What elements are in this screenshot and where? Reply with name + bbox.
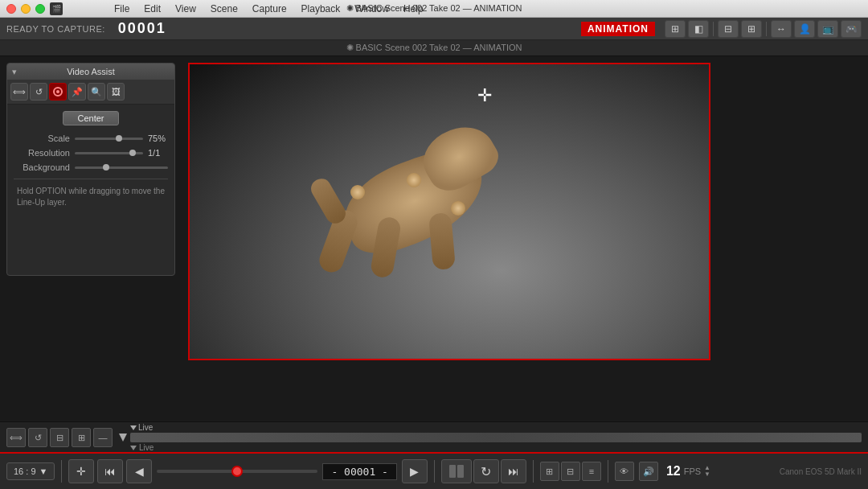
ctrl-sep-3 — [533, 460, 534, 483]
toolbar-btn-7[interactable]: 📺 — [817, 20, 838, 38]
ctrl-sep-4 — [608, 460, 608, 483]
skip-back-btn[interactable]: ⏮ — [97, 459, 123, 483]
resolution-value: 1/1 — [148, 148, 168, 158]
right-icon-group: ⊞ ⊟ ≡ — [540, 462, 601, 481]
va-content: Center Scale 75% Resolution 1/1 Backg — [7, 105, 174, 215]
fps-down-arrow[interactable]: ▼ — [704, 471, 710, 478]
toolbar-btn-3[interactable]: ⊟ — [718, 20, 739, 38]
va-tool-pin[interactable]: 📌 — [68, 83, 86, 101]
playhead-slider[interactable] — [157, 470, 317, 473]
menu-view[interactable]: View — [169, 3, 203, 14]
menu-playback[interactable]: Playback — [295, 3, 347, 14]
toolbar-btn-1[interactable]: ⊞ — [665, 20, 686, 38]
fps-label: FPS — [684, 466, 701, 476]
svg-rect-2 — [449, 465, 456, 478]
menu-file[interactable]: File — [108, 3, 136, 14]
list-view-btn[interactable]: ⊟ — [561, 462, 580, 481]
background-track[interactable] — [75, 166, 168, 169]
menu-edit[interactable]: Edit — [137, 3, 167, 14]
speaker-btn[interactable]: 🔊 — [639, 462, 658, 481]
animation-badge: ANIMATION — [581, 22, 655, 36]
va-title: Video Assist — [67, 67, 115, 76]
maximize-button[interactable] — [35, 4, 45, 14]
creature-arm — [308, 175, 350, 227]
fps-arrows[interactable]: ▲ ▼ — [704, 465, 710, 478]
toolbar-separator — [713, 22, 714, 36]
svg-point-1 — [56, 90, 59, 93]
fps-display: 12 FPS ▲ ▼ — [666, 464, 710, 479]
creature-joint3 — [451, 201, 465, 216]
fps-value: 12 — [666, 464, 681, 479]
camera-label: Canon EOS 5D Mark II — [780, 467, 862, 476]
creature-joint1 — [350, 185, 365, 199]
resolution-label: Resolution — [14, 148, 70, 158]
playhead-thumb[interactable] — [231, 466, 243, 477]
live-label-bottom: Live — [139, 443, 154, 452]
ready-capture-label: READY TO CAPTURE: — [6, 24, 105, 34]
aspect-ratio-arrow: ▼ — [39, 466, 48, 476]
background-label: Background — [14, 162, 70, 172]
aspect-ratio-button[interactable]: 16 : 9 ▼ — [6, 462, 55, 480]
timeline-grid-small[interactable]: ⊟ — [50, 428, 69, 447]
scale-label: Scale — [14, 134, 70, 143]
va-tool-circle[interactable]: ↺ — [30, 83, 47, 101]
toolbar-btn-2[interactable]: ◧ — [688, 20, 709, 38]
menu-capture[interactable]: Capture — [246, 3, 293, 14]
viewport-image: ✛ — [190, 64, 709, 359]
toolbar-btn-5[interactable]: ↔ — [771, 20, 792, 38]
scale-track[interactable] — [75, 138, 143, 140]
menu-scene[interactable]: Scene — [204, 3, 244, 14]
va-header: Video Assist — [7, 64, 174, 80]
live-triangle-top — [130, 425, 137, 430]
window-title: ✺ BASIC Scene 002 Take 02 — ANIMATION — [346, 3, 522, 14]
eye-btn[interactable]: 👁 — [615, 462, 634, 481]
scale-thumb[interactable] — [116, 135, 122, 142]
va-tool-image[interactable]: 🖼 — [107, 83, 125, 101]
toolbar-btn-4[interactable]: ⊞ — [741, 20, 762, 38]
live-indicator-bottom: Live — [130, 443, 154, 452]
step-fwd-btn[interactable]: ▶ — [402, 459, 428, 483]
timeline-track[interactable] — [130, 433, 862, 442]
skip-fwd-btn[interactable]: ⏭ — [501, 459, 526, 483]
timeline-grid-large[interactable]: ⊞ — [72, 428, 91, 447]
resolution-track[interactable] — [75, 152, 143, 154]
timeline-minus[interactable]: — — [93, 428, 113, 447]
background-row: Background — [14, 162, 168, 172]
frame-display: - 00001 - — [322, 463, 396, 480]
scale-value: 75% — [148, 134, 168, 143]
timeline-playhead-marker — [119, 434, 127, 442]
close-button[interactable] — [6, 4, 16, 14]
main-area: Video Assist ⟺ ↺ 📌 🔍 🖼 Center Scale 75% — [0, 56, 868, 421]
timeline-arrow-left[interactable]: ⟺ — [6, 428, 26, 447]
loop-arrows-btn[interactable]: ↻ — [473, 459, 499, 483]
live-label-top: Live — [138, 423, 153, 432]
timeline-rewind[interactable]: ↺ — [28, 428, 47, 447]
va-tool-move[interactable]: ⟺ — [10, 83, 28, 101]
va-tool-magnify[interactable]: 🔍 — [88, 83, 105, 101]
transport-controls: ✛ ⏮ ◀ — [68, 459, 152, 483]
window-subtitle-bar: ✺ BASIC Scene 002 Take 02 — ANIMATION — [0, 40, 868, 56]
va-tool-onion[interactable] — [49, 83, 67, 101]
grid-view-btn[interactable]: ⊞ — [540, 462, 559, 481]
creature-figure — [310, 129, 535, 290]
controls-row: 16 : 9 ▼ ✛ ⏮ ◀ - 00001 - ▶ ↻ ⏭ ⊞ ⊟ ≡ 👁 � — [0, 452, 868, 489]
svg-rect-3 — [457, 465, 464, 478]
minimize-button[interactable] — [21, 4, 31, 14]
cross-cursor[interactable]: ✛ — [477, 87, 492, 105]
va-toolbar: ⟺ ↺ 📌 🔍 🖼 — [7, 80, 174, 105]
viewport[interactable]: ✛ — [188, 63, 710, 360]
title-bar: 🎬 File Edit View Scene Capture Playback … — [0, 0, 868, 18]
toolbar-btn-8[interactable]: 🎮 — [841, 20, 862, 38]
resolution-thumb[interactable] — [129, 150, 136, 156]
timeline-area: ⟺ ↺ ⊟ ⊞ — Live Live — [0, 421, 868, 452]
ctrl-sep-2 — [434, 460, 435, 483]
center-button[interactable]: Center — [63, 111, 119, 125]
navigate-btn[interactable]: ✛ — [68, 459, 94, 483]
video-assist-panel: Video Assist ⟺ ↺ 📌 🔍 🖼 Center Scale 75% — [6, 63, 175, 276]
settings-view-btn[interactable]: ≡ — [582, 462, 601, 481]
loop-btn[interactable] — [441, 459, 472, 483]
toolbar-btn-6[interactable]: 👤 — [794, 20, 815, 38]
app-icon: 🎬 — [50, 2, 63, 15]
background-thumb[interactable] — [103, 164, 109, 171]
step-back-btn[interactable]: ◀ — [126, 459, 152, 483]
